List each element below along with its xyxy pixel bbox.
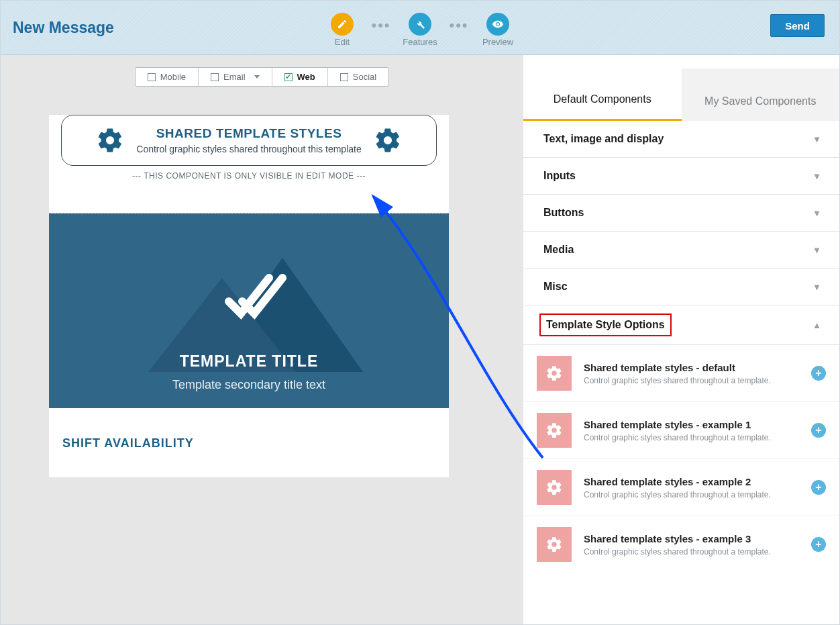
channel-email[interactable]: Email <box>199 68 272 86</box>
gear-icon <box>537 356 572 391</box>
shared-styles-subtitle: Control graphic styles shared throughout… <box>136 144 361 154</box>
section-title: SHIFT AVAILABILITY <box>49 408 449 450</box>
accordion-label: Media <box>543 244 574 256</box>
accordion-label: Text, image and display <box>543 133 664 145</box>
tab-default-components[interactable]: Default Components <box>523 66 682 121</box>
accordion-media[interactable]: Media▾ <box>523 232 839 269</box>
gear-icon <box>537 413 572 448</box>
chevron-down-icon: ▾ <box>815 171 819 181</box>
editor-pane: Mobile Email Web Social SHARED TEMPLATE … <box>1 55 523 625</box>
channel-social-label: Social <box>353 72 376 82</box>
component-desc: Control graphic styles shared throughout… <box>584 490 799 499</box>
send-button[interactable]: Send <box>770 14 825 37</box>
page-title: New Message <box>1 19 114 37</box>
component-title: Shared template styles - example 1 <box>584 419 799 430</box>
gear-icon <box>537 470 572 505</box>
channel-email-label: Email <box>223 72 246 82</box>
component-item[interactable]: Shared template styles - example 3Contro… <box>523 516 839 573</box>
chevron-down-icon: ▾ <box>815 244 819 255</box>
component-title: Shared template styles - default <box>584 362 799 373</box>
separator-dots-icon: ••• <box>366 9 396 34</box>
tab-saved-components[interactable]: My Saved Components <box>682 68 840 121</box>
mode-edit[interactable]: Edit <box>318 9 366 47</box>
app-header: New Message Edit ••• Features ••• Previe… <box>1 1 839 55</box>
component-desc: Control graphic styles shared throughout… <box>584 433 799 442</box>
channel-web[interactable]: Web <box>272 68 328 86</box>
gear-icon <box>96 126 124 154</box>
channel-mobile[interactable]: Mobile <box>136 68 199 86</box>
chevron-up-icon: ▴ <box>815 320 819 330</box>
accordion-misc[interactable]: Misc▾ <box>523 269 839 305</box>
mode-edit-label: Edit <box>318 37 366 47</box>
hero-title: TEMPLATE TITLE <box>49 352 449 371</box>
component-desc: Control graphic styles shared throughout… <box>584 376 799 385</box>
component-item[interactable]: Shared template styles - example 2Contro… <box>523 459 839 516</box>
accordion-label: Misc <box>543 281 568 293</box>
gear-icon <box>374 126 402 154</box>
hero-subtitle: Template secondary title text <box>49 378 449 392</box>
template-style-list: Shared template styles - defaultControl … <box>523 345 839 573</box>
accordion-inputs[interactable]: Inputs▾ <box>523 158 839 195</box>
edit-mode-note: --- THIS COMPONENT IS ONLY VISIBLE IN ED… <box>49 171 449 181</box>
accordion-template-style-options[interactable]: Template Style Options▴ <box>523 305 839 345</box>
accordion-text-image-display[interactable]: Text, image and display▾ <box>523 121 839 158</box>
separator-dots-icon: ••• <box>444 9 474 34</box>
accordion-buttons[interactable]: Buttons▾ <box>523 195 839 232</box>
hero-block[interactable]: TEMPLATE TITLE Template secondary title … <box>49 213 449 408</box>
accordion-label: Inputs <box>543 170 576 182</box>
accordion-label: Buttons <box>543 207 584 219</box>
gear-icon <box>537 527 572 562</box>
checkbox-icon <box>211 73 219 81</box>
checkbox-checked-icon <box>284 73 293 81</box>
channel-bar: Mobile Email Web Social <box>1 55 523 103</box>
checkbox-icon <box>340 73 348 81</box>
shared-styles-box[interactable]: SHARED TEMPLATE STYLES Control graphic s… <box>61 115 437 166</box>
mode-preview-label: Preview <box>474 37 522 47</box>
mode-preview[interactable]: Preview <box>474 9 522 47</box>
pencil-icon <box>331 13 354 36</box>
mode-features[interactable]: Features <box>396 9 444 47</box>
chevron-down-icon: ▾ <box>815 134 819 144</box>
accordion-label: Template Style Options <box>543 318 668 332</box>
content: Mobile Email Web Social SHARED TEMPLATE … <box>1 55 839 625</box>
component-item[interactable]: Shared template styles - defaultControl … <box>523 345 839 402</box>
template-canvas[interactable]: SHARED TEMPLATE STYLES Control graphic s… <box>49 115 449 477</box>
chevron-down-icon: ▾ <box>815 207 819 218</box>
component-item[interactable]: Shared template styles - example 1Contro… <box>523 402 839 459</box>
add-component-button[interactable]: + <box>811 423 826 438</box>
channel-web-label: Web <box>297 72 315 82</box>
channel-mobile-label: Mobile <box>160 72 186 82</box>
header-mode-switcher: Edit ••• Features ••• Preview <box>318 9 522 47</box>
component-title: Shared template styles - example 3 <box>584 533 799 544</box>
mode-features-label: Features <box>396 37 444 47</box>
channel-group: Mobile Email Web Social <box>135 67 389 87</box>
components-tabs: Default Components My Saved Components <box>523 55 839 121</box>
add-component-button[interactable]: + <box>811 537 826 552</box>
component-title: Shared template styles - example 2 <box>584 476 799 487</box>
add-component-button[interactable]: + <box>811 366 826 381</box>
shared-styles-title: SHARED TEMPLATE STYLES <box>136 126 361 141</box>
eye-icon <box>486 13 509 36</box>
checkbox-icon <box>148 73 156 81</box>
component-desc: Control graphic styles shared throughout… <box>584 547 799 557</box>
components-panel: Default Components My Saved Components T… <box>523 55 839 625</box>
chevron-down-icon: ▾ <box>815 281 819 292</box>
channel-social[interactable]: Social <box>328 68 388 86</box>
wrench-icon <box>409 13 431 36</box>
add-component-button[interactable]: + <box>811 480 826 495</box>
